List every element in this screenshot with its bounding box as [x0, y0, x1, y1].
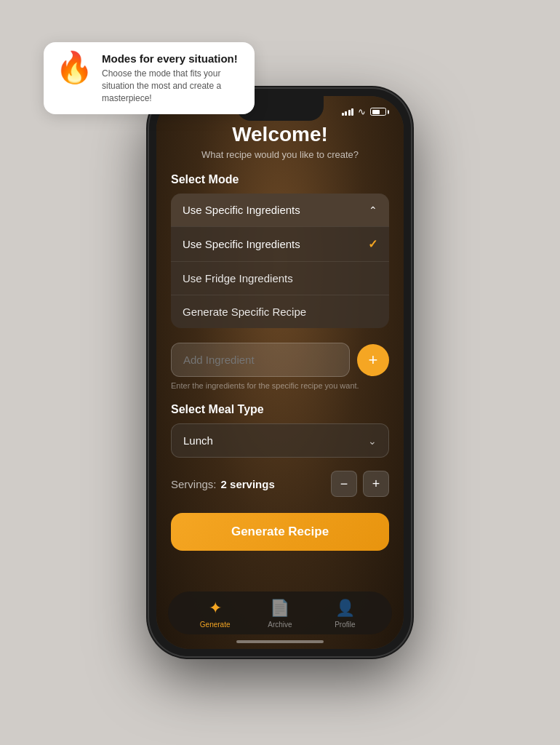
dropdown-option-1[interactable]: Use Fridge Ingredients: [171, 261, 389, 295]
wifi-icon: ∿: [358, 106, 366, 117]
tab-profile-label: Profile: [335, 621, 355, 629]
ingredient-input-area: +: [171, 343, 389, 377]
chevron-up-icon: ⌃: [369, 204, 377, 216]
ingredient-input[interactable]: [171, 343, 350, 377]
status-icons: ∿: [342, 106, 387, 117]
flame-icon: 🔥: [55, 52, 93, 83]
dropdown-option-text-2: Generate Specific Recipe: [183, 306, 306, 318]
phone-screen: ∿ Welcome! What recipe would you like to…: [156, 96, 404, 649]
tab-generate-label: Generate: [200, 621, 231, 629]
generate-recipe-label: Generate Recipe: [231, 525, 329, 538]
add-ingredient-button[interactable]: +: [357, 344, 389, 376]
tooltip-card: 🔥 Modes for every situation! Choose the …: [44, 42, 255, 114]
tooltip-description: Choose the mode that fits your situation…: [102, 68, 243, 104]
chevron-down-icon: ⌄: [368, 435, 377, 447]
generate-recipe-button[interactable]: Generate Recipe: [171, 513, 389, 551]
tab-archive[interactable]: 📄 Archive: [258, 599, 302, 629]
servings-left: Servings: 2 servings: [171, 478, 275, 490]
select-mode-label: Select Mode: [171, 173, 389, 186]
signal-bars: [342, 108, 354, 116]
servings-label: Servings:: [171, 478, 217, 490]
tab-archive-label: Archive: [268, 621, 292, 629]
dropdown-option-2[interactable]: Generate Specific Recipe: [171, 295, 389, 328]
tab-bar: ✦ Generate 📄 Archive 👤 Profile: [168, 591, 392, 634]
meal-type-label: Select Meal Type: [171, 403, 389, 416]
screen-content: Welcome! What recipe would you like to c…: [156, 123, 404, 565]
meal-type-dropdown[interactable]: Lunch ⌄: [171, 423, 389, 458]
battery-icon: [370, 108, 386, 116]
welcome-title: Welcome!: [171, 123, 389, 146]
battery-fill: [372, 110, 380, 114]
dropdown-option-0[interactable]: Use Specific Ingredients ✓: [171, 226, 389, 261]
ingredient-hint: Enter the ingredients for the specific r…: [171, 381, 389, 390]
profile-icon: 👤: [335, 599, 355, 618]
servings-increase-button[interactable]: +: [363, 471, 389, 497]
signal-bar-3: [348, 110, 351, 116]
servings-controls: − +: [331, 471, 389, 497]
dropdown-option-text-1: Use Fridge Ingredients: [183, 272, 293, 284]
signal-bar-4: [351, 108, 353, 116]
welcome-subtitle: What recipe would you like to create?: [171, 149, 389, 160]
dropdown-selected-text: Use Specific Ingredients: [183, 204, 300, 216]
servings-value: 2 servings: [221, 478, 275, 490]
archive-icon: 📄: [270, 599, 289, 618]
mode-dropdown[interactable]: Use Specific Ingredients ⌃ Use Specific …: [171, 194, 389, 328]
signal-bar-2: [345, 111, 347, 116]
checkmark-icon: ✓: [368, 237, 377, 251]
tooltip-text: Modes for every situation! Choose the mo…: [102, 52, 243, 104]
tooltip-title: Modes for every situation!: [102, 52, 243, 65]
generate-icon: ✦: [209, 599, 222, 618]
servings-row: Servings: 2 servings − +: [171, 471, 389, 497]
dropdown-option-text-0: Use Specific Ingredients: [183, 238, 300, 250]
dropdown-header[interactable]: Use Specific Ingredients ⌃: [171, 194, 389, 226]
home-indicator: [236, 640, 324, 643]
servings-decrease-button[interactable]: −: [331, 471, 357, 497]
phone-frame: ∿ Welcome! What recipe would you like to…: [149, 89, 411, 656]
plus-icon: +: [369, 352, 378, 368]
tab-generate[interactable]: ✦ Generate: [193, 599, 237, 629]
meal-type-value: Lunch: [183, 434, 213, 447]
signal-bar-1: [342, 113, 344, 116]
tab-profile[interactable]: 👤 Profile: [323, 599, 367, 629]
